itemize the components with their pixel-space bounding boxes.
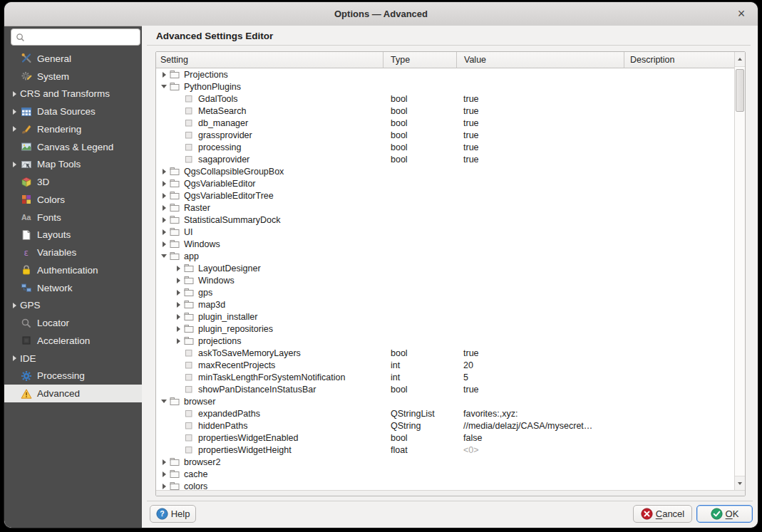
column-header-value[interactable]: Value — [457, 52, 624, 68]
tree-row-windows[interactable]: Windows — [156, 238, 734, 250]
tree-row-mintasklengthforsystemnotification[interactable]: minTaskLengthForSystemNotificationint5 — [156, 371, 734, 383]
tree-row-qgsvariableeditortree[interactable]: QgsVariableEditorTree — [156, 189, 734, 202]
tree-row-db-manager[interactable]: db_managerbooltrue — [156, 117, 734, 129]
expand-arrow-icon[interactable] — [173, 266, 183, 271]
expand-arrow-icon[interactable] — [159, 241, 169, 247]
sidebar-item-colors[interactable]: Colors — [4, 191, 142, 209]
horizontal-scrollbar[interactable] — [156, 490, 745, 496]
expand-arrow-icon[interactable] — [159, 85, 169, 88]
setting-value: favorites:,xyz: — [457, 409, 624, 419]
tree-row-maxrecentprojects[interactable]: maxRecentProjectsint20 — [156, 359, 734, 371]
sidebar-item-data-sources[interactable]: Data Sources — [4, 103, 142, 120]
tree-row-colors[interactable]: colors — [156, 480, 734, 491]
tree-row-gps[interactable]: gps — [156, 286, 734, 298]
sidebar-item-network[interactable]: Network — [4, 279, 142, 297]
expand-arrow-icon[interactable] — [159, 254, 169, 258]
tree-row-propertieswidgetheight[interactable]: propertiesWidgetHeightfloat<0> — [156, 444, 734, 456]
setting-type: bool — [383, 106, 457, 116]
tree-row-showpandistanceinstatusbar[interactable]: showPanDistanceInStatusBarbooltrue — [156, 383, 734, 395]
tree-row-browser[interactable]: browser — [156, 395, 734, 407]
folder-icon — [183, 300, 195, 309]
expand-arrow-icon[interactable] — [159, 484, 169, 489]
expand-arrow-icon[interactable] — [173, 278, 183, 283]
column-header-description[interactable]: Description — [624, 52, 734, 68]
sidebar-item-3d[interactable]: 3D — [4, 173, 142, 191]
sidebar-item-map-tools[interactable]: Map Tools — [4, 156, 142, 174]
sidebar-item-crs-and-transforms[interactable]: CRS and Transforms — [4, 85, 142, 103]
expand-arrow-icon[interactable] — [159, 400, 169, 403]
expand-arrow-icon[interactable] — [159, 181, 169, 187]
tree-row-hiddenpaths[interactable]: hiddenPathsQString//media/delazj/CASA/my… — [156, 419, 734, 432]
tree-row-raster[interactable]: Raster — [156, 202, 734, 214]
tree-row-qgscollapsiblegroupbox[interactable]: QgsCollapsibleGroupBox — [156, 165, 734, 177]
scroll-down-button[interactable] — [735, 476, 745, 491]
tree-row-layoutdesigner[interactable]: LayoutDesigner — [156, 262, 734, 274]
tree-row-app[interactable]: app — [156, 250, 734, 262]
sidebar-item-rendering[interactable]: Rendering — [4, 120, 142, 138]
cancel-button[interactable]: Cancel — [633, 505, 692, 523]
tree-row-browser2[interactable]: browser2 — [156, 456, 734, 468]
sidebar-item-label: Authentication — [37, 265, 98, 276]
expand-arrow-icon[interactable] — [159, 459, 169, 465]
sidebar-item-advanced[interactable]: Advanced — [4, 385, 142, 402]
sidebar-item-acceleration[interactable]: Acceleration — [4, 332, 142, 350]
expand-arrow-icon[interactable] — [173, 326, 183, 332]
expand-arrow-icon[interactable] — [159, 229, 169, 235]
tree-row-windows[interactable]: Windows — [156, 274, 734, 286]
sidebar-item-gps[interactable]: GPS — [4, 297, 142, 315]
expand-arrow-icon[interactable] — [173, 302, 183, 308]
tree-row-plugin-installer[interactable]: plugin_installer — [156, 311, 734, 323]
column-header-setting[interactable]: Setting — [156, 52, 383, 68]
expand-arrow-icon[interactable] — [159, 169, 169, 174]
scrollbar-thumb[interactable] — [736, 69, 744, 112]
setting-type: int — [383, 360, 457, 370]
sidebar-item-ide[interactable]: IDE — [4, 350, 142, 367]
setting-value: true — [457, 106, 624, 116]
tree-row-projections[interactable]: projections — [156, 335, 734, 347]
setting-name: processing — [198, 142, 241, 152]
tree-row-grassprovider[interactable]: grassproviderbooltrue — [156, 129, 734, 141]
vertical-scrollbar[interactable] — [734, 52, 745, 491]
setting-type: QStringList — [383, 409, 457, 419]
expand-arrow-icon[interactable] — [159, 72, 169, 78]
sidebar-item-layouts[interactable]: Layouts — [4, 226, 142, 244]
tree-row-cache[interactable]: cache — [156, 468, 734, 480]
search-input[interactable] — [28, 29, 156, 45]
tree-row-pythonplugins[interactable]: PythonPlugins — [156, 80, 734, 93]
close-button[interactable]: × — [733, 6, 749, 22]
expand-arrow-icon[interactable] — [159, 205, 169, 211]
tree-row-statisticalsummarydock[interactable]: StatisticalSummaryDock — [156, 214, 734, 226]
expand-arrow-icon[interactable] — [159, 471, 169, 477]
ok-button[interactable]: OK — [696, 505, 753, 523]
sidebar-search[interactable] — [11, 28, 140, 46]
expand-arrow-icon[interactable] — [173, 314, 183, 320]
expand-arrow-icon[interactable] — [159, 193, 169, 199]
tree-row-processing[interactable]: processingbooltrue — [156, 141, 734, 153]
sidebar-item-fonts[interactable]: AaFonts — [4, 209, 142, 226]
sidebar-item-system[interactable]: System — [4, 68, 142, 85]
tree-row-metasearch[interactable]: MetaSearchbooltrue — [156, 105, 734, 117]
tree-row-sagaprovider[interactable]: sagaproviderbooltrue — [156, 153, 734, 165]
column-header-type[interactable]: Type — [383, 52, 457, 68]
tree-row-map3d[interactable]: map3d — [156, 298, 734, 311]
tree-row-ui[interactable]: UI — [156, 226, 734, 238]
tree-row-plugin-repositories[interactable]: plugin_repositories — [156, 323, 734, 335]
expand-arrow-icon[interactable] — [173, 338, 183, 344]
titlebar[interactable]: Options — Advanced × — [4, 2, 758, 26]
tree-row-asktosavememorylayers[interactable]: askToSaveMemoryLayersbooltrue — [156, 347, 734, 359]
sidebar-item-general[interactable]: General — [4, 50, 142, 68]
tree-row-qgsvariableeditor[interactable]: QgsVariableEditor — [156, 177, 734, 189]
sidebar-item-processing[interactable]: Processing — [4, 367, 142, 385]
help-button[interactable]: ? Help — [150, 505, 196, 523]
sidebar-item-variables[interactable]: εVariables — [4, 244, 142, 261]
tree-row-projections[interactable]: Projections — [156, 68, 734, 80]
tree-row-gdaltools[interactable]: GdalToolsbooltrue — [156, 93, 734, 105]
scroll-up-button[interactable] — [735, 52, 745, 67]
expand-arrow-icon[interactable] — [173, 290, 183, 296]
tree-row-expandedpaths[interactable]: expandedPathsQStringListfavorites:,xyz: — [156, 407, 734, 419]
sidebar-item-locator[interactable]: Locator — [4, 314, 142, 332]
tree-row-propertieswidgetenabled[interactable]: propertiesWidgetEnabledboolfalse — [156, 432, 734, 444]
expand-arrow-icon[interactable] — [159, 217, 169, 223]
sidebar-item-canvas-legend[interactable]: Canvas & Legend — [4, 138, 142, 156]
sidebar-item-authentication[interactable]: Authentication — [4, 261, 142, 279]
